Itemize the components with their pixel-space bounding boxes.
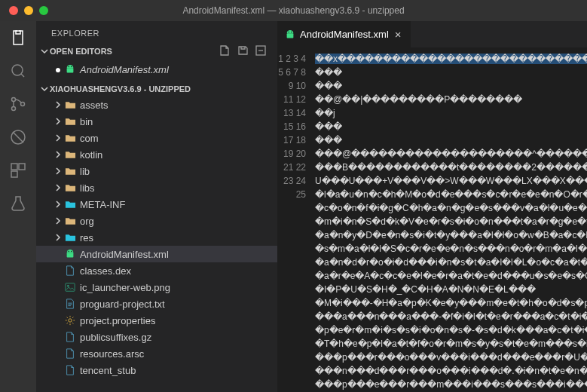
chevron-down-icon (39, 85, 50, 93)
save-all-icon[interactable] (237, 44, 249, 58)
tree-item-label: ic_launcher-web.png (80, 282, 170, 293)
folder-row[interactable]: kotlin (36, 146, 277, 163)
tree-item-label: assets (80, 100, 109, 111)
svg-point-11 (71, 66, 72, 67)
folder-icon (63, 200, 77, 209)
minimize-window-button[interactable] (24, 6, 33, 15)
file-row[interactable]: project.properties (36, 312, 277, 329)
folder-row[interactable]: META-INF (36, 196, 277, 213)
close-window-button[interactable] (9, 6, 18, 15)
tree-item-label: kotlin (80, 149, 102, 161)
svg-point-13 (69, 251, 69, 252)
svg-point-2 (12, 107, 16, 111)
chevron-right-icon (53, 217, 63, 225)
svg-rect-18 (287, 33, 294, 38)
folder-row[interactable]: com (36, 130, 277, 146)
svg-point-16 (67, 285, 69, 287)
tab-android-manifest[interactable]: AndroidManifest.xml × (277, 21, 411, 47)
maximize-window-button[interactable] (39, 6, 48, 15)
chevron-right-icon (53, 201, 63, 208)
folder-row[interactable]: bin (36, 113, 277, 130)
titlebar: AndroidManifest.xml — xiaohuashengv3.6.9… (0, 0, 587, 21)
folder-row[interactable]: assets (36, 96, 277, 113)
text-icon (63, 299, 77, 309)
svg-point-19 (289, 31, 289, 32)
project-header[interactable]: XIAOHUASHENGV3.6.9 - UNZIPPED (36, 82, 277, 96)
sidebar-title: EXPLORER (36, 21, 277, 42)
tree-item-label: publicsuffixes.gz (80, 332, 151, 343)
chevron-right-icon (53, 101, 63, 109)
line-number-gutter: 1 2 3 4 5 6 7 8 9 10 11 12 13 14 15 16 1… (277, 47, 315, 392)
file-blue-icon (63, 365, 77, 375)
tree-item-label: com (80, 133, 99, 144)
close-icon[interactable]: × (393, 28, 403, 41)
svg-rect-12 (67, 253, 74, 257)
window-title: AndroidManifest.xml — xiaohuashengv3.6.9… (182, 5, 404, 16)
activity-bar (0, 21, 36, 392)
svg-point-14 (71, 251, 72, 252)
tree-item-label: META-INF (80, 199, 125, 210)
svg-point-10 (69, 66, 69, 67)
open-editor-item[interactable]: ● AndroidManifest.xml (36, 61, 277, 78)
chevron-right-icon (53, 118, 63, 125)
open-editors-actions (219, 44, 271, 58)
source-control-icon[interactable] (8, 93, 29, 115)
testing-icon[interactable] (8, 193, 29, 214)
svg-rect-5 (11, 164, 17, 170)
svg-rect-15 (66, 283, 75, 292)
folder-row[interactable]: org (36, 213, 277, 229)
tree-item-label: libs (80, 182, 95, 194)
svg-rect-6 (19, 164, 25, 170)
project-name-label: XIAOHUASHENGV3.6.9 - UNZIPPED (50, 84, 191, 93)
chevron-right-icon (53, 184, 63, 191)
debug-icon[interactable] (8, 127, 29, 148)
collapse-all-icon[interactable] (255, 44, 267, 58)
android-icon (63, 64, 77, 75)
project-tree: assetsbincomkotlinliblibsMETA-INForgresA… (36, 96, 277, 383)
open-editors-label: OPEN EDITORS (50, 47, 112, 56)
tree-item-label: AndroidManifest.xml (80, 249, 169, 260)
file-row[interactable]: ic_launcher-web.png (36, 279, 277, 296)
folder-row[interactable]: libs (36, 179, 277, 196)
window-controls (0, 6, 48, 15)
file-row[interactable]: resources.arsc (36, 345, 277, 362)
editor-content[interactable]: ��x�������������������������������������… (315, 47, 587, 392)
file-row[interactable]: proguard-project.txt (36, 296, 277, 312)
open-editors-list: ● AndroidManifest.xml (36, 60, 277, 82)
tree-item-label: bin (80, 116, 93, 127)
folder-icon (63, 117, 77, 126)
tree-item-label: org (80, 216, 94, 227)
chevron-down-icon (39, 47, 50, 55)
file-row[interactable]: AndroidManifest.xml (36, 246, 277, 262)
chevron-right-icon (53, 167, 63, 175)
file-row[interactable]: publicsuffixes.gz (36, 329, 277, 345)
explorer-icon[interactable] (8, 27, 29, 48)
chevron-right-icon (53, 234, 63, 241)
tree-item-label: resources.arsc (80, 348, 144, 360)
folder-icon (63, 216, 77, 225)
folder-icon (63, 133, 77, 142)
folder-row[interactable]: res (36, 229, 277, 246)
extensions-icon[interactable] (8, 160, 29, 181)
file-row[interactable]: classes.dex (36, 262, 277, 279)
svg-rect-9 (67, 68, 74, 72)
file-blue-icon (63, 332, 77, 342)
tree-item-label: tencent_stub (80, 365, 136, 376)
android-icon (63, 249, 77, 259)
folder-icon (63, 100, 77, 109)
search-icon[interactable] (8, 60, 29, 81)
folder-row[interactable]: lib (36, 163, 277, 179)
svg-point-1 (12, 98, 16, 102)
folder-icon (63, 183, 77, 192)
tree-item-label: res (80, 232, 93, 243)
open-editors-header[interactable]: OPEN EDITORS (36, 42, 277, 60)
new-file-icon[interactable] (219, 44, 231, 58)
gear-icon (63, 315, 77, 326)
folder-icon (63, 167, 77, 176)
svg-point-3 (21, 103, 25, 106)
file-row[interactable]: tencent_stub (36, 362, 277, 378)
file-blue-icon (63, 265, 77, 276)
folder-icon (63, 150, 77, 159)
editor-tabs: AndroidManifest.xml × (277, 21, 587, 47)
svg-point-20 (291, 31, 292, 32)
